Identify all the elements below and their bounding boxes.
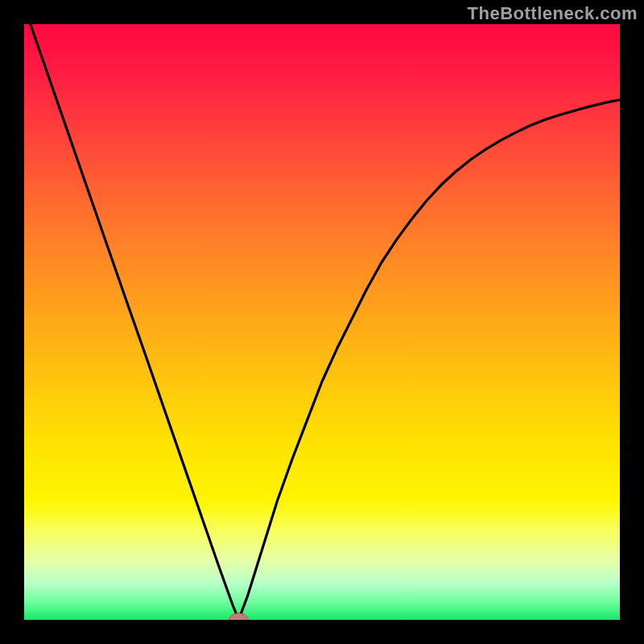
chart-svg (24, 24, 620, 620)
plot-area (24, 24, 620, 620)
chart-frame: TheBottleneck.com (0, 0, 644, 644)
gradient-background (24, 24, 620, 620)
watermark-text: TheBottleneck.com (468, 3, 638, 24)
